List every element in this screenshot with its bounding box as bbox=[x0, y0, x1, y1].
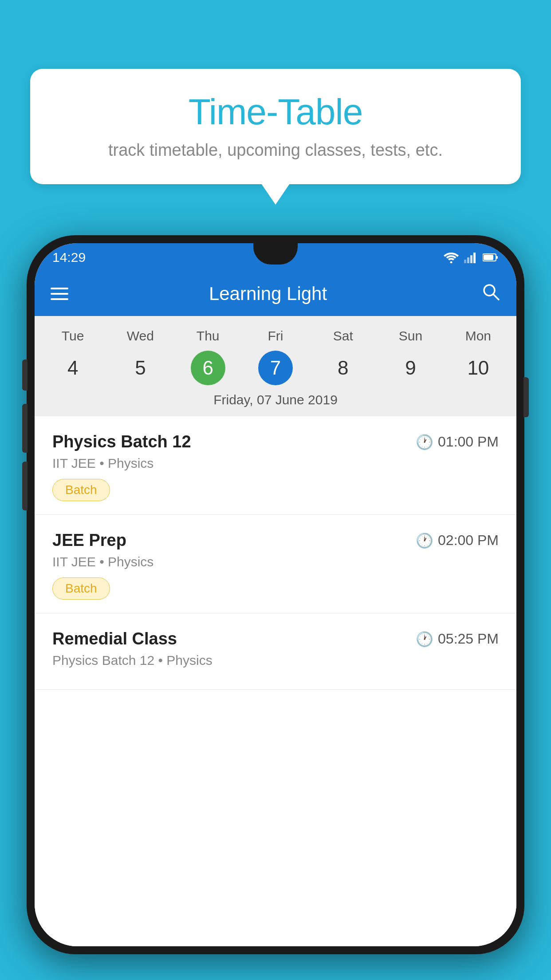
volume-up-button bbox=[22, 404, 28, 453]
clock-icon-3: 🕐 bbox=[416, 631, 433, 648]
speech-bubble: Time-Table track timetable, upcoming cla… bbox=[30, 69, 521, 184]
schedule-name-3: Remedial Class bbox=[52, 629, 177, 648]
bubble-subtitle: track timetable, upcoming classes, tests… bbox=[57, 141, 494, 160]
svg-rect-3 bbox=[470, 255, 472, 263]
day-8[interactable]: 8 bbox=[309, 351, 377, 385]
svg-rect-1 bbox=[464, 260, 466, 263]
day-header-mon: Mon bbox=[445, 325, 512, 347]
app-title: Learning Light bbox=[82, 283, 454, 304]
calendar-strip: Tue Wed Thu Fri Sat Sun Mon 4 5 6 7 8 bbox=[35, 316, 516, 416]
day-6[interactable]: 6 bbox=[191, 351, 225, 385]
schedule-list: Physics Batch 12 🕐 01:00 PM IIT JEE • Ph… bbox=[35, 416, 516, 946]
schedule-time-3: 🕐 05:25 PM bbox=[416, 631, 499, 648]
day-header-sun: Sun bbox=[377, 325, 444, 347]
notch bbox=[253, 243, 298, 265]
clock-icon-1: 🕐 bbox=[416, 434, 433, 450]
day-header-tue: Tue bbox=[39, 325, 106, 347]
schedule-time-value-1: 01:00 PM bbox=[438, 434, 499, 450]
clock-icon-2: 🕐 bbox=[416, 532, 433, 549]
schedule-item-2[interactable]: JEE Prep 🕐 02:00 PM IIT JEE • Physics Ba… bbox=[35, 515, 516, 613]
batch-badge-1: Batch bbox=[52, 479, 110, 501]
schedule-time-value-2: 02:00 PM bbox=[438, 532, 499, 549]
batch-badge-2: Batch bbox=[52, 577, 110, 600]
selected-date: Friday, 07 June 2019 bbox=[35, 385, 516, 416]
status-icons bbox=[444, 252, 499, 263]
schedule-meta-1: IIT JEE • Physics bbox=[52, 456, 499, 471]
day-header-thu: Thu bbox=[174, 325, 242, 347]
day-7[interactable]: 7 bbox=[258, 351, 293, 385]
phone-outer: 14:29 bbox=[27, 235, 524, 954]
day-numbers: 4 5 6 7 8 9 10 bbox=[35, 351, 516, 385]
svg-rect-2 bbox=[467, 257, 469, 263]
schedule-name-2: JEE Prep bbox=[52, 531, 126, 550]
wifi-icon bbox=[444, 252, 459, 263]
day-header-wed: Wed bbox=[106, 325, 174, 347]
schedule-item-3[interactable]: Remedial Class 🕐 05:25 PM Physics Batch … bbox=[35, 613, 516, 690]
power-button bbox=[523, 377, 529, 417]
status-time: 14:29 bbox=[52, 250, 86, 265]
mute-button bbox=[22, 360, 28, 391]
svg-rect-6 bbox=[496, 256, 498, 259]
phone-screen: 14:29 bbox=[35, 243, 516, 946]
schedule-time-2: 🕐 02:00 PM bbox=[416, 532, 499, 549]
schedule-meta-3: Physics Batch 12 • Physics bbox=[52, 653, 499, 668]
schedule-item-1[interactable]: Physics Batch 12 🕐 01:00 PM IIT JEE • Ph… bbox=[35, 416, 516, 515]
svg-rect-4 bbox=[473, 253, 476, 263]
volume-down-button bbox=[22, 462, 28, 510]
day-9[interactable]: 9 bbox=[377, 351, 444, 385]
menu-button[interactable] bbox=[51, 288, 68, 300]
day-header-fri: Fri bbox=[242, 325, 309, 347]
day-4[interactable]: 4 bbox=[39, 351, 106, 385]
day-headers: Tue Wed Thu Fri Sat Sun Mon bbox=[35, 325, 516, 347]
schedule-time-value-3: 05:25 PM bbox=[438, 631, 499, 647]
day-header-sat: Sat bbox=[309, 325, 377, 347]
battery-icon bbox=[483, 253, 499, 262]
signal-icon bbox=[464, 252, 477, 263]
schedule-time-1: 🕐 01:00 PM bbox=[416, 434, 499, 450]
phone-container: 14:29 bbox=[27, 235, 524, 980]
svg-rect-7 bbox=[484, 255, 493, 260]
svg-line-9 bbox=[493, 294, 499, 300]
svg-point-0 bbox=[450, 261, 453, 264]
search-button[interactable] bbox=[481, 282, 500, 306]
bubble-title: Time-Table bbox=[57, 91, 494, 133]
day-10[interactable]: 10 bbox=[445, 351, 512, 385]
day-5[interactable]: 5 bbox=[106, 351, 174, 385]
schedule-meta-2: IIT JEE • Physics bbox=[52, 554, 499, 569]
status-bar: 14:29 bbox=[35, 243, 516, 272]
app-bar: Learning Light bbox=[35, 272, 516, 316]
schedule-name-1: Physics Batch 12 bbox=[52, 432, 191, 451]
